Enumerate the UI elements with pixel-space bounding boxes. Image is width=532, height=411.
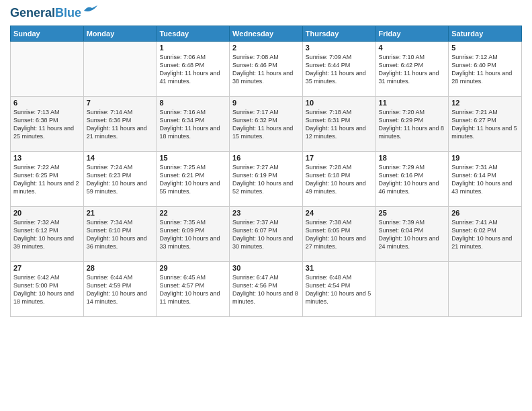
calendar-cell: 26Sunrise: 7:41 AMSunset: 6:02 PMDayligh… <box>449 206 522 261</box>
calendar-cell: 9Sunrise: 7:17 AMSunset: 6:32 PMDaylight… <box>230 96 303 151</box>
calendar-cell <box>449 261 522 316</box>
day-number: 25 <box>379 209 446 217</box>
calendar-cell: 7Sunrise: 7:14 AMSunset: 6:36 PMDaylight… <box>83 96 157 151</box>
day-number: 27 <box>13 264 81 272</box>
day-number: 31 <box>306 264 373 272</box>
day-number: 2 <box>232 44 300 52</box>
day-number: 30 <box>232 264 300 272</box>
day-info: Sunrise: 7:24 AMSunset: 6:23 PMDaylight:… <box>87 163 154 196</box>
day-info: Sunrise: 7:18 AMSunset: 6:31 PMDaylight:… <box>306 108 373 141</box>
day-number: 22 <box>159 209 226 217</box>
day-number: 15 <box>159 154 226 162</box>
calendar-table: SundayMondayTuesdayWednesdayThursdayFrid… <box>10 26 522 317</box>
weekday-header-thursday: Thursday <box>302 26 375 41</box>
day-info: Sunrise: 7:10 AMSunset: 6:42 PMDaylight:… <box>379 53 446 86</box>
calendar-body: 1Sunrise: 7:06 AMSunset: 6:48 PMDaylight… <box>11 41 522 316</box>
calendar-cell: 16Sunrise: 7:27 AMSunset: 6:19 PMDayligh… <box>230 151 303 206</box>
calendar-week-4: 27Sunrise: 6:42 AMSunset: 5:00 PMDayligh… <box>11 261 522 316</box>
calendar-cell: 28Sunrise: 6:44 AMSunset: 4:59 PMDayligh… <box>83 261 157 316</box>
day-info: Sunrise: 7:25 AMSunset: 6:21 PMDaylight:… <box>159 163 226 196</box>
calendar-cell: 3Sunrise: 7:09 AMSunset: 6:44 PMDaylight… <box>302 41 375 96</box>
day-number: 17 <box>306 154 373 162</box>
day-number: 9 <box>232 99 300 107</box>
day-info: Sunrise: 6:48 AMSunset: 4:54 PMDaylight:… <box>306 273 373 306</box>
calendar-week-2: 13Sunrise: 7:22 AMSunset: 6:25 PMDayligh… <box>11 151 522 206</box>
calendar-cell: 22Sunrise: 7:35 AMSunset: 6:09 PMDayligh… <box>157 206 230 261</box>
calendar-cell: 30Sunrise: 6:47 AMSunset: 4:56 PMDayligh… <box>230 261 303 316</box>
day-info: Sunrise: 6:44 AMSunset: 4:59 PMDaylight:… <box>87 273 154 306</box>
calendar-cell: 13Sunrise: 7:22 AMSunset: 6:25 PMDayligh… <box>11 151 84 206</box>
day-info: Sunrise: 7:37 AMSunset: 6:07 PMDaylight:… <box>232 218 300 251</box>
day-info: Sunrise: 6:45 AMSunset: 4:57 PMDaylight:… <box>159 273 226 306</box>
calendar-cell: 21Sunrise: 7:34 AMSunset: 6:10 PMDayligh… <box>83 206 157 261</box>
day-number: 14 <box>87 154 154 162</box>
calendar-cell: 11Sunrise: 7:20 AMSunset: 6:29 PMDayligh… <box>375 96 449 151</box>
day-info: Sunrise: 7:29 AMSunset: 6:16 PMDaylight:… <box>379 163 446 196</box>
page: GeneralBlue SundayMondayTuesdayWednesday… <box>0 0 532 411</box>
calendar-cell <box>83 41 157 96</box>
calendar-cell: 29Sunrise: 6:45 AMSunset: 4:57 PMDayligh… <box>157 261 230 316</box>
day-info: Sunrise: 7:27 AMSunset: 6:19 PMDaylight:… <box>232 163 300 196</box>
day-number: 5 <box>451 44 519 52</box>
day-info: Sunrise: 7:41 AMSunset: 6:02 PMDaylight:… <box>451 218 519 251</box>
day-number: 29 <box>159 264 226 272</box>
day-number: 16 <box>232 154 300 162</box>
calendar-cell <box>11 41 84 96</box>
day-info: Sunrise: 7:20 AMSunset: 6:29 PMDaylight:… <box>379 108 446 141</box>
day-number: 28 <box>87 264 154 272</box>
day-number: 8 <box>159 99 226 107</box>
day-info: Sunrise: 6:47 AMSunset: 4:56 PMDaylight:… <box>232 273 300 306</box>
day-number: 19 <box>451 154 519 162</box>
day-number: 3 <box>306 44 373 52</box>
calendar-cell: 27Sunrise: 6:42 AMSunset: 5:00 PMDayligh… <box>11 261 84 316</box>
calendar-cell: 17Sunrise: 7:28 AMSunset: 6:18 PMDayligh… <box>302 151 375 206</box>
logo-bird-icon <box>83 5 97 16</box>
day-number: 1 <box>159 44 226 52</box>
day-info: Sunrise: 7:12 AMSunset: 6:40 PMDaylight:… <box>451 53 519 86</box>
day-info: Sunrise: 7:14 AMSunset: 6:36 PMDaylight:… <box>87 108 154 141</box>
calendar-cell <box>375 261 449 316</box>
calendar-cell: 19Sunrise: 7:31 AMSunset: 6:14 PMDayligh… <box>449 151 522 206</box>
calendar-cell: 10Sunrise: 7:18 AMSunset: 6:31 PMDayligh… <box>302 96 375 151</box>
day-info: Sunrise: 7:17 AMSunset: 6:32 PMDaylight:… <box>232 108 300 141</box>
calendar-header: SundayMondayTuesdayWednesdayThursdayFrid… <box>11 26 522 41</box>
logo-text: GeneralBlue <box>10 7 81 20</box>
day-number: 20 <box>13 209 81 217</box>
calendar-cell: 5Sunrise: 7:12 AMSunset: 6:40 PMDaylight… <box>449 41 522 96</box>
day-number: 12 <box>451 99 519 107</box>
day-number: 24 <box>306 209 373 217</box>
calendar-cell: 12Sunrise: 7:21 AMSunset: 6:27 PMDayligh… <box>449 96 522 151</box>
calendar-cell: 6Sunrise: 7:13 AMSunset: 6:38 PMDaylight… <box>11 96 84 151</box>
day-number: 6 <box>13 99 81 107</box>
day-info: Sunrise: 7:35 AMSunset: 6:09 PMDaylight:… <box>159 218 226 251</box>
calendar-cell: 8Sunrise: 7:16 AMSunset: 6:34 PMDaylight… <box>157 96 230 151</box>
calendar-cell: 1Sunrise: 7:06 AMSunset: 6:48 PMDaylight… <box>157 41 230 96</box>
day-info: Sunrise: 7:16 AMSunset: 6:34 PMDaylight:… <box>159 108 226 141</box>
day-info: Sunrise: 7:09 AMSunset: 6:44 PMDaylight:… <box>306 53 373 86</box>
day-number: 21 <box>87 209 154 217</box>
day-number: 10 <box>306 99 373 107</box>
day-info: Sunrise: 6:42 AMSunset: 5:00 PMDaylight:… <box>13 273 81 306</box>
day-info: Sunrise: 7:32 AMSunset: 6:12 PMDaylight:… <box>13 218 81 251</box>
day-number: 13 <box>13 154 81 162</box>
calendar-cell: 18Sunrise: 7:29 AMSunset: 6:16 PMDayligh… <box>375 151 449 206</box>
calendar-cell: 31Sunrise: 6:48 AMSunset: 4:54 PMDayligh… <box>302 261 375 316</box>
weekday-header-tuesday: Tuesday <box>157 26 230 41</box>
day-number: 7 <box>87 99 154 107</box>
day-number: 23 <box>232 209 300 217</box>
day-info: Sunrise: 7:13 AMSunset: 6:38 PMDaylight:… <box>13 108 81 141</box>
day-info: Sunrise: 7:22 AMSunset: 6:25 PMDaylight:… <box>13 163 81 196</box>
calendar-cell: 20Sunrise: 7:32 AMSunset: 6:12 PMDayligh… <box>11 206 84 261</box>
calendar-cell: 24Sunrise: 7:38 AMSunset: 6:05 PMDayligh… <box>302 206 375 261</box>
day-info: Sunrise: 7:31 AMSunset: 6:14 PMDaylight:… <box>451 163 519 196</box>
day-number: 4 <box>379 44 446 52</box>
day-number: 11 <box>379 99 446 107</box>
day-number: 18 <box>379 154 446 162</box>
weekday-header-wednesday: Wednesday <box>230 26 303 41</box>
calendar-cell: 14Sunrise: 7:24 AMSunset: 6:23 PMDayligh… <box>83 151 157 206</box>
weekday-row: SundayMondayTuesdayWednesdayThursdayFrid… <box>11 26 522 41</box>
calendar-cell: 2Sunrise: 7:08 AMSunset: 6:46 PMDaylight… <box>230 41 303 96</box>
calendar-week-3: 20Sunrise: 7:32 AMSunset: 6:12 PMDayligh… <box>11 206 522 261</box>
weekday-header-saturday: Saturday <box>449 26 522 41</box>
day-info: Sunrise: 7:21 AMSunset: 6:27 PMDaylight:… <box>451 108 519 141</box>
